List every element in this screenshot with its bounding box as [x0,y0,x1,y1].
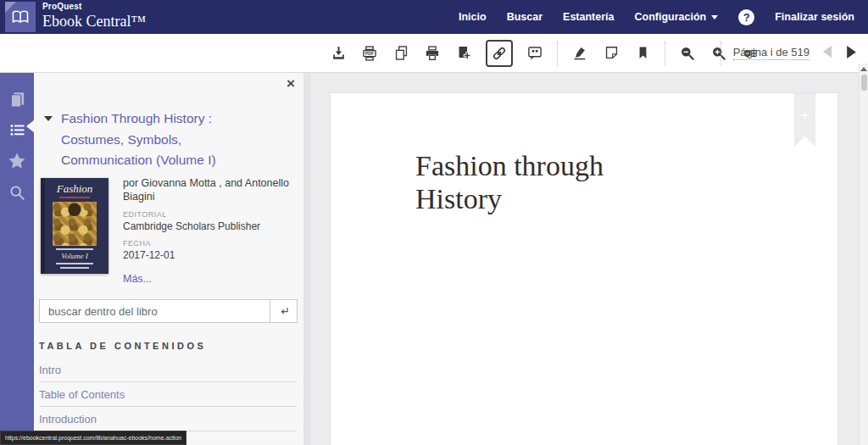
add-to-bookshelf-button[interactable] [454,44,473,63]
scroll-up-arrow-icon[interactable] [860,67,867,71]
cover-text-decoration [56,263,93,264]
cover-artwork [53,202,97,246]
help-glyph: ? [743,11,750,24]
print-icon [424,45,441,62]
nav-item-estanteria[interactable]: Estantería [563,11,614,23]
page-content-title: Fashion through History [415,149,604,215]
download-button[interactable] [329,44,348,63]
search-submit-button[interactable] [270,299,298,323]
note-icon [604,45,620,61]
collapse-caret-icon[interactable] [44,116,53,121]
logo-fold-decoration [5,2,16,13]
book-authors: por Giovanna Motta , and Antonello Biagi… [123,176,298,203]
page-navigation: Página i de 519 [721,34,858,72]
book-metadata: por Giovanna Motta , and Antonello Biagi… [123,176,298,286]
proquest-logo[interactable] [5,2,36,32]
help-button[interactable]: ? [738,9,754,25]
toc-panel: × Fashion Through History : Costumes, Sy… [34,73,303,445]
status-url-tooltip: https://ebookcentral.proquest.com/lib/an… [0,431,186,445]
navbar-menu: Inicio Buscar Estantería Configuración ?… [459,0,854,34]
download-pdf-icon: PDF [361,45,378,62]
cite-icon [526,45,543,62]
copy-icon [393,45,409,61]
nav-item-configuracion-label: Configuración [635,11,707,23]
print-button[interactable] [423,44,442,63]
toolbar-icons: PDF [329,34,760,72]
cover-text-decoration [56,248,93,250]
more-link[interactable]: Más... [123,273,152,285]
book-cover[interactable]: Fashion Volume I [41,178,108,274]
close-panel-button[interactable]: × [287,76,295,91]
brand-ebook-central: Ebook Central™ [42,14,146,29]
enter-icon [277,304,291,318]
fecha-label: FECHA [123,239,298,248]
editorial-label: EDITORIAL [123,210,298,219]
book-page[interactable]: + Fashion through History [331,93,837,445]
toolbar-separator [721,42,721,65]
previous-page-button[interactable] [821,45,833,61]
toolbar-separator [557,42,558,65]
sidebar-item-annotations[interactable] [0,148,34,174]
book-title-link[interactable]: Fashion Through History : Costumes, Symb… [61,108,246,171]
ebook-central-app: ProQuest Ebook Central™ Inicio Buscar Es… [0,0,868,445]
share-link-icon [491,45,508,62]
fecha-value: 2017-12-01 [123,249,298,261]
next-page-button[interactable] [845,45,858,62]
toolbar-separator [665,42,665,65]
toc-list: Intro Table of Contents Introduction [39,358,297,431]
bookmark-button[interactable] [633,44,652,63]
page-title-line2: History [415,182,604,215]
plus-icon: + [801,107,810,123]
previous-page-icon [821,45,833,58]
nav-item-finalizar-sesion[interactable]: Finalizar sesión [775,11,854,23]
toc-item-table-of-contents[interactable]: Table of Contents [39,382,297,407]
note-button[interactable] [602,44,620,63]
brand-proquest: ProQuest [42,3,146,11]
nav-item-configuracion[interactable]: Configuración [635,11,719,23]
reader-toolbar: PDF [0,34,868,73]
highlight-button[interactable] [570,44,589,63]
toc-item-introduction[interactable]: Introduction [39,407,297,431]
toc-icon [8,121,26,139]
cover-volume-script: Volume I [41,253,108,260]
download-pdf-button[interactable]: PDF [360,44,379,63]
toc-heading: TABLA DE CONTENIDOS [39,341,206,351]
page-title-line1: Fashion through [415,149,604,182]
search-icon [8,183,26,202]
next-page-icon [845,45,858,59]
book-search [39,299,298,323]
svg-text:PDF: PDF [365,51,374,56]
zoom-out-icon [679,45,696,62]
panel-resize-gutter[interactable] [303,73,310,445]
nav-item-inicio[interactable]: Inicio [459,11,487,23]
cite-button[interactable] [526,44,544,63]
cover-subtitle-decoration [59,197,90,198]
copy-button[interactable] [392,44,410,63]
highlight-icon [571,45,588,62]
add-to-bookshelf-icon [456,45,472,61]
scrollbar-thumb[interactable] [861,75,867,91]
bookmark-icon [636,45,650,61]
cover-text-decoration [60,267,89,269]
sidebar-item-search[interactable] [0,180,34,205]
vertical-scrollbar[interactable] [859,64,868,445]
active-tab-notch [26,120,35,133]
sidebar-item-library[interactable] [0,86,34,112]
editorial-value: Cambridge Scholars Publisher [123,220,298,232]
page-indicator[interactable]: Página i de 519 [733,46,810,60]
brand: ProQuest Ebook Central™ [42,3,146,29]
search-in-book-input[interactable] [39,299,270,323]
download-icon [331,45,347,61]
reader-viewer: + Fashion through History [310,73,859,445]
add-bookmark-ribbon[interactable]: + [794,93,815,147]
chevron-down-icon [711,15,718,19]
library-icon [8,90,27,109]
zoom-out-button[interactable] [678,44,697,63]
top-navbar: ProQuest Ebook Central™ Inicio Buscar Es… [0,0,868,34]
star-icon [7,151,27,171]
cover-script-title: Fashion [41,183,108,194]
nav-item-buscar[interactable]: Buscar [507,11,542,23]
toc-item-intro[interactable]: Intro [39,358,297,382]
share-link-button[interactable] [486,40,513,67]
